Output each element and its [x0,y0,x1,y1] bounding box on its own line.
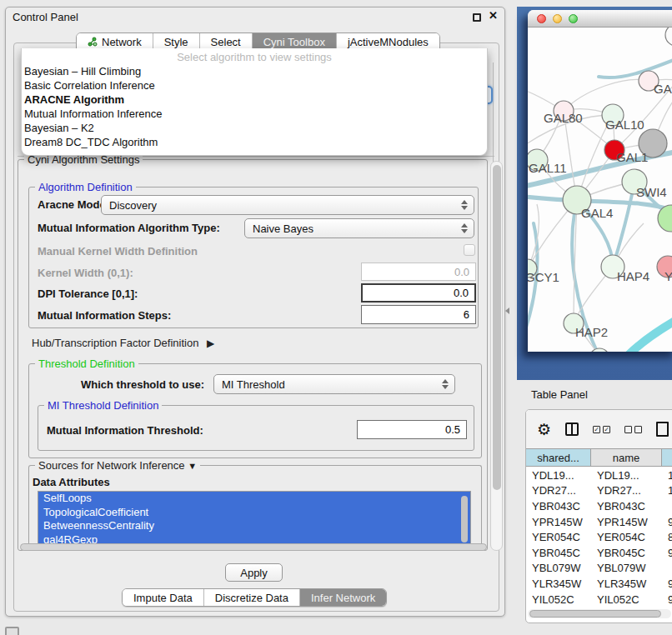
algorithm-option[interactable]: Dream8 DC_TDC Algorithm [22,135,487,149]
algorithm-option[interactable]: Basic Correlation Inference [22,78,487,92]
tab-infer-network[interactable]: Infer Network [300,589,386,606]
table-row[interactable]: YER054CYER054C8. [526,529,672,545]
settings-vscroll-track[interactable] [490,161,503,551]
algorithm-option[interactable]: Mutual Information Inference [22,107,487,121]
tab-cyni-toolbox[interactable]: Cyni Toolbox [253,33,337,50]
table-hscroll-track[interactable] [528,609,671,618]
combo-stepper-icon [461,223,468,233]
minimize-traffic-light-icon[interactable] [553,14,562,23]
mi-threshold-field[interactable]: 0.5 [357,420,467,439]
algorithm-option[interactable]: Bayesian – Hill Climbing [22,64,487,78]
select-all-icon[interactable]: ✓ ✓ [593,426,610,433]
table-row[interactable]: YBR045CYBR045C9. [526,545,672,561]
kernel-width-field[interactable]: 0.0 [361,262,476,281]
attributes-vscroll-thumb[interactable] [461,496,468,542]
table-row[interactable]: YLR345WYLR345W9. [526,576,672,592]
table-row[interactable]: YDR27...YDR27...12 [526,483,672,499]
table-cell: 9. [662,516,672,528]
panel-splitter-handle[interactable] [505,308,509,314]
zoom-traffic-light-icon[interactable] [569,14,578,23]
mi-type-label: Mutual Information Algorithm Type: [38,222,220,234]
sources-legend: Sources for Network Inference ▼ [35,459,200,472]
table-row[interactable]: YPR145WYPR145W9. [526,514,672,530]
table-cell: 8. [662,531,672,543]
tab-select[interactable]: Select [200,33,253,50]
table-column-header[interactable]: name [591,449,662,466]
network-node-label: GAL11 [529,161,567,175]
show-columns-icon[interactable] [565,422,579,436]
tab-jactivemnodules[interactable]: jActiveMNodules [337,33,439,50]
algorithm-option[interactable]: Bayesian – K2 [22,121,487,135]
checked-box-icon: ✓ [603,426,610,433]
gear-icon[interactable]: ⚙ [537,422,551,438]
table-cell: YBR043C [526,500,591,512]
close-icon[interactable]: ✕ [489,9,498,22]
manual-kernel-checkbox[interactable] [464,244,475,256]
table-cell: YBR043C [591,500,662,512]
tab-impute-data[interactable]: Impute Data [123,589,204,606]
new-table-icon[interactable] [656,422,669,437]
network-node-label: Y [664,269,672,283]
apply-button[interactable]: Apply [225,563,283,582]
network-node[interactable] [665,28,672,46]
mi-steps-label: Mutual Information Steps: [38,309,171,322]
mi-steps-field[interactable]: 6 [361,305,476,324]
dpi-tolerance-field[interactable]: 0.0 [361,283,476,302]
threshold-definition-group: Threshold Definition Which threshold to … [28,363,482,458]
data-attribute-item[interactable]: TopologicalCoefficient [38,506,470,520]
sources-legend-text: Sources for Network Inference [38,459,185,472]
hub-definition-toggle[interactable]: Hub/Transcription Factor Definition ▶ [32,337,214,349]
tab-network[interactable]: Network [77,33,153,50]
settings-vscroll-thumb[interactable] [493,165,501,490]
network-node[interactable] [589,348,609,352]
table-row[interactable]: YIL052CYIL052C9. [526,592,672,608]
close-traffic-light-icon[interactable] [537,14,546,23]
settings-hscroll-thumb[interactable] [20,543,487,551]
mi-type-combo[interactable]: Naive Bayes [244,218,474,238]
which-threshold-combo[interactable]: MI Threshold [213,374,455,394]
unchecked-box-icon [624,426,632,433]
data-attribute-item[interactable]: SelfLoops [38,492,470,506]
tab-label: Discretize Data [215,592,288,604]
minimized-panel-icon[interactable] [5,627,19,635]
combo-stepper-icon [442,379,449,389]
table-cell: 13 [662,469,672,482]
table-cell: YPR145W [591,516,662,528]
table-column-header[interactable]: shared... [526,449,591,466]
aracne-mode-combo[interactable]: Discovery [101,195,474,215]
table-row[interactable]: YDL19...YDL19...13 [526,468,672,483]
algorithm-option[interactable]: ARACNE Algorithm [22,92,487,107]
data-attributes-list: SelfLoopsTopologicalCoefficientBetweenne… [38,491,471,548]
table-column-header[interactable] [662,449,672,466]
network-node-label: HAP2 [575,325,608,339]
table-panel-title: Table Panel [531,388,588,401]
which-threshold-value: MI Threshold [222,378,285,391]
table-hscroll-thumb[interactable] [529,610,661,618]
tab-label: Style [164,36,188,48]
algorithm-dropdown-placeholder: Select algorithm to view settings [22,48,487,64]
network-window-titlebar[interactable] [528,10,672,28]
data-attribute-item[interactable]: BetweennessCentrality [38,519,470,533]
hub-definition-label: Hub/Transcription Factor Definition [32,337,198,349]
tab-style[interactable]: Style [153,33,200,50]
deselect-all-icon[interactable] [624,426,642,433]
table-cell: YER054C [591,531,662,543]
bottom-tabbar: Impute DataDiscretize DataInfer Network [122,588,387,607]
network-canvas[interactable]: GALGAL80GAL10GAL1GAL11SWI4GAL4GCY1HAP4YH… [528,28,672,352]
table-cell: YBR045C [591,547,662,559]
cyni-settings-group: Cyni Algorithm Settings Algorithm Defini… [18,159,488,551]
float-window-icon[interactable] [473,13,481,22]
tab-discretize-data[interactable]: Discretize Data [204,589,300,606]
network-node-label: HAP4 [617,269,649,283]
table-row[interactable]: YBL079WYBL079W [526,561,672,577]
table-cell: 12 [662,484,672,497]
tab-label: Infer Network [311,592,375,604]
table-header-row: shared...name [526,448,672,467]
chevron-right-icon: ▶ [207,338,214,349]
sources-group: Sources for Network Inference ▼ Data Att… [28,465,482,547]
chevron-down-icon[interactable]: ▼ [188,461,197,471]
table-row[interactable]: YBR043CYBR043C [526,498,672,514]
mi-threshold-label: Mutual Information Threshold: [47,424,203,437]
table-cell: YLR345W [591,578,662,590]
network-node-label: GAL4 [581,206,613,220]
